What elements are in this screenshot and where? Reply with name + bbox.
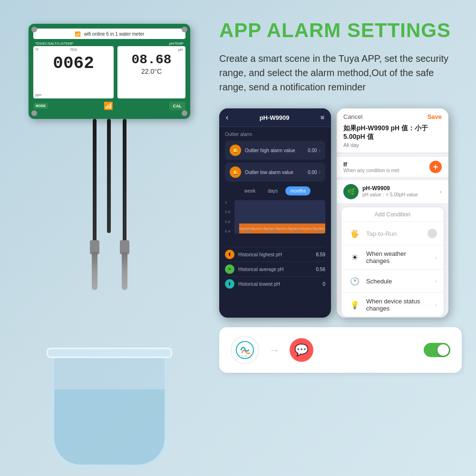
top-action-row: Cancel Save bbox=[343, 113, 442, 120]
alarm-row-low[interactable]: 🔔 Outlier low alarm value 0.00 › bbox=[225, 163, 325, 182]
cal-button[interactable]: CAL bbox=[169, 102, 186, 110]
condition-device-name: pH-W9909 bbox=[362, 185, 436, 192]
y-label-08: 0.8 bbox=[225, 210, 230, 214]
alarm-low-arrow-icon: › bbox=[319, 170, 321, 175]
time-tabs: week days months bbox=[225, 186, 325, 195]
screw-top-left bbox=[31, 27, 37, 32]
phone-left-header: ‹ pH-W9909 ≡ bbox=[219, 108, 331, 127]
tap-to-run-label: Tap-to-Run bbox=[366, 230, 423, 237]
condition-title: 如果pH-W9909 pH 值：小于5.00pH 值 bbox=[343, 124, 442, 141]
wifi-icon: 📶 bbox=[75, 31, 80, 37]
disabled-indicator bbox=[427, 229, 437, 238]
weather-changes-row[interactable]: ☀ When weather changes › bbox=[341, 245, 444, 270]
if-section: If When any condition is met· + bbox=[337, 157, 448, 177]
beaker-body bbox=[52, 357, 166, 466]
tab-week[interactable]: week bbox=[240, 186, 260, 195]
chart-bar-area: 0นุกนระ0นุกนระ0นุกนระ0นุกนระ0นุกนระ0นุกน… bbox=[234, 200, 325, 233]
x-label-1224: 12/24 bbox=[244, 230, 253, 233]
phone-right-top: Cancel Save 如果pH-W9909 pH 值：小于5.00pH 值 A… bbox=[337, 108, 448, 153]
meter-top-bar: 📶 wifi online 6 in 1 water meter bbox=[33, 29, 185, 39]
fahrenheit-label: °F bbox=[35, 48, 39, 51]
condition-item-arrow-icon: › bbox=[439, 188, 442, 195]
x-label-1228: 12/28 bbox=[292, 230, 301, 233]
add-condition-button[interactable]: + bbox=[429, 161, 442, 173]
weather-arrow-icon: › bbox=[435, 253, 437, 261]
chart-x-labels: 12/24 12/26 12/28 12/30 bbox=[244, 230, 325, 233]
stats-value-highest: 8.59 bbox=[316, 252, 325, 257]
automation-toggle[interactable] bbox=[424, 343, 450, 357]
device-status-row[interactable]: 💡 When device status changes › bbox=[341, 293, 444, 317]
stats-row-highest: ⬆ Historical highest pH 8.59 bbox=[225, 247, 325, 262]
wifi-signal-icon: 📶 bbox=[104, 101, 113, 110]
back-arrow-icon[interactable]: ‹ bbox=[226, 113, 228, 122]
cancel-button[interactable]: Cancel bbox=[343, 113, 362, 120]
alarm-low-value: 0.00 bbox=[308, 170, 317, 175]
tuya-logo: TUYA bbox=[231, 336, 259, 364]
condition-item[interactable]: 🌿 pH-W9909 pH value：< 5.00pH value › bbox=[337, 180, 448, 204]
beaker bbox=[43, 348, 176, 466]
if-sublabel: When any condition is met· bbox=[343, 168, 400, 173]
schedule-arrow-icon: › bbox=[435, 277, 437, 285]
tuya-logo-svg: TUYA bbox=[235, 340, 254, 359]
ppm-unit: ppm bbox=[35, 93, 42, 97]
screenshots-row: ‹ pH-W9909 ≡ Outlier alarm 🔔 Outlier hig… bbox=[219, 108, 462, 318]
stats-icon-highest: ⬆ bbox=[225, 250, 234, 259]
screw-bottom-left bbox=[31, 110, 37, 116]
stats-label-lowest: Historical lowest pH bbox=[238, 282, 322, 287]
phone-left-content: Outlier alarm 🔔 Outlier high alarm value… bbox=[219, 127, 331, 296]
schedule-label: Schedule bbox=[366, 278, 430, 285]
outlier-alarm-label: Outlier alarm bbox=[225, 132, 325, 137]
x-label-1230: 12/30 bbox=[317, 230, 325, 233]
chat-bubble-icon: 💬 bbox=[290, 338, 313, 362]
alarm-high-icon: 🔔 bbox=[230, 145, 241, 156]
alarm-row-high[interactable]: 🔔 Outlier high alarm value 0.00 › bbox=[225, 141, 325, 160]
stats-row-lowest: ⬇ Historical lowest pH 0 bbox=[225, 276, 325, 291]
tab-days[interactable]: days bbox=[263, 186, 282, 195]
stats-value-average: 0.56 bbox=[316, 267, 325, 272]
mode-button[interactable]: MODE bbox=[33, 103, 48, 109]
cable-3 bbox=[123, 119, 126, 243]
condition-subtitle: All day bbox=[343, 142, 442, 148]
tds-value: 0062 bbox=[36, 55, 111, 72]
water-meter-device: 📶 wifi online 6 in 1 water meter TDS/EC/… bbox=[29, 24, 190, 119]
toggle-knob bbox=[437, 344, 449, 356]
screw-top-right bbox=[182, 27, 187, 32]
automation-row: TUYA → 💬 bbox=[219, 327, 462, 373]
svg-text:TUYA: TUYA bbox=[241, 355, 248, 358]
weather-icon: ☀ bbox=[348, 251, 361, 264]
save-button[interactable]: Save bbox=[427, 113, 442, 120]
y-label-04: 0.4 bbox=[225, 229, 230, 233]
alarm-low-icon: 🔔 bbox=[230, 166, 241, 178]
meter-bottom-row: MODE 📶 CAL bbox=[33, 101, 185, 110]
y-label-1: 1 bbox=[225, 200, 230, 204]
arrow-right-icon: → bbox=[269, 343, 280, 357]
cable-1 bbox=[93, 119, 97, 243]
schedule-row[interactable]: 🕐 Schedule › bbox=[341, 270, 444, 293]
chart-y-labels: 1 0.8 0.6 0.4 bbox=[225, 200, 230, 233]
condition-device-sub: pH value：< 5.00pH value bbox=[362, 192, 436, 198]
stats-label-highest: Historical highest pH bbox=[238, 252, 316, 257]
device-area: 📶 wifi online 6 in 1 water meter TDS/EC/… bbox=[0, 0, 219, 476]
phone-left: ‹ pH-W9909 ≡ Outlier alarm 🔔 Outlier hig… bbox=[219, 108, 331, 318]
menu-icon[interactable]: ≡ bbox=[321, 114, 324, 121]
stats-value-lowest: 0 bbox=[322, 282, 325, 287]
temp-value: 22.0°C bbox=[120, 68, 183, 75]
right-panel: APP ALARM SETTINGS Create a smart scene … bbox=[210, 0, 476, 476]
phone-left-title: pH-W9909 bbox=[260, 114, 290, 121]
meter-displays: TDS °F 0062 ppm pH 08.68 22.0°C bbox=[33, 46, 185, 98]
ph-label: pH bbox=[120, 48, 183, 51]
left-label: TDS/EC/SALT/S.G/TEMP bbox=[35, 42, 73, 45]
tds-label: TDS bbox=[36, 48, 111, 51]
chart-area: 1 0.8 0.6 0.4 0นุกนระ0นุกนระ0นุกนระ0นุกน… bbox=[225, 200, 325, 243]
weather-changes-label: When weather changes bbox=[366, 250, 430, 264]
alarm-high-label: Outlier high alarm value bbox=[245, 148, 308, 153]
probe-1 bbox=[92, 252, 97, 290]
add-condition-title: Add Condition bbox=[341, 207, 444, 222]
stats-icon-lowest: ⬇ bbox=[225, 279, 234, 289]
if-label: If bbox=[343, 161, 400, 168]
tab-months[interactable]: months bbox=[285, 186, 311, 195]
add-condition-panel: Add Condition 🖐 Tap-to-Run ☀ When weathe… bbox=[341, 207, 444, 317]
tap-to-run-row: 🖐 Tap-to-Run bbox=[341, 222, 444, 245]
description-text: Create a smart scene in the Tuya APP, se… bbox=[219, 51, 462, 94]
cable-2 bbox=[107, 119, 111, 233]
